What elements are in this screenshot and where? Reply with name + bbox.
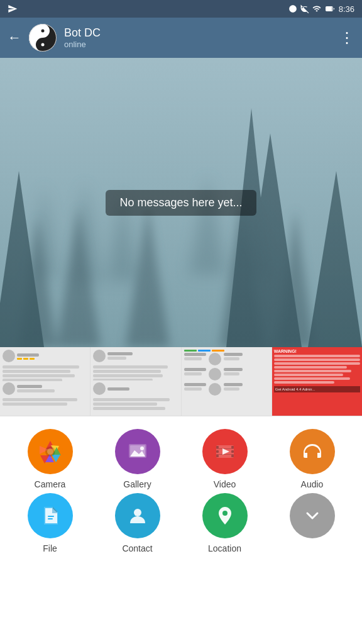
video-label: Video: [214, 479, 236, 489]
file-icon-svg: [39, 504, 62, 527]
svg-rect-35: [231, 446, 234, 448]
time-display: 8:36: [339, 4, 354, 14]
alarm-icon: [288, 4, 297, 13]
svg-point-44: [222, 511, 228, 516]
contact-name: Bot DC: [64, 26, 339, 40]
contact-icon-svg: [126, 504, 149, 527]
audio-icon-svg: [300, 440, 324, 464]
camera-label: Camera: [35, 479, 66, 489]
gallery-icon-svg: [126, 440, 149, 463]
svg-point-5: [41, 30, 45, 33]
preview-item-4[interactable]: WARNING! Get Android 4.4 Admir...: [272, 347, 362, 416]
audio-label: Audio: [301, 479, 324, 489]
gallery-icon: [115, 429, 160, 474]
svg-point-6: [41, 43, 45, 47]
header-info: Bot DC online: [64, 26, 339, 49]
svg-rect-34: [216, 455, 219, 457]
chat-header: ← Bot DC online ⋮: [0, 18, 362, 58]
status-bar: 8:36: [0, 0, 362, 18]
svg-point-30: [140, 447, 144, 450]
video-icon-svg: [213, 440, 237, 464]
svg-point-43: [134, 509, 141, 516]
preview-bar: WARNING! Get Android 4.4 Admir...: [0, 347, 362, 416]
svg-rect-32: [216, 446, 219, 448]
file-label: File: [43, 543, 57, 553]
attach-row-2: File Contact Location: [6, 493, 356, 553]
audio-icon: [290, 429, 335, 474]
chat-area: No messages here yet...: [0, 58, 362, 347]
svg-rect-36: [231, 450, 234, 453]
preview-item-2[interactable]: [90, 347, 181, 416]
no-messages-label: No messages here yet...: [106, 190, 256, 216]
svg-rect-33: [216, 450, 219, 453]
file-icon: [28, 493, 73, 538]
svg-rect-42: [48, 518, 53, 519]
signal-icon: [312, 4, 321, 13]
svg-rect-41: [48, 516, 54, 517]
location-icon: [202, 493, 248, 538]
send-icon: [8, 4, 18, 14]
file-button[interactable]: File: [16, 493, 85, 553]
svg-rect-38: [216, 448, 234, 449]
preview-item-1[interactable]: [0, 347, 90, 416]
wifi-icon: [300, 4, 309, 13]
more-button[interactable]: [278, 493, 347, 553]
contact-label: Contact: [122, 543, 152, 553]
audio-button[interactable]: Audio: [278, 429, 347, 489]
attachment-menu: Camera Gallery: [0, 416, 362, 564]
contact-status: online: [64, 40, 339, 49]
back-button[interactable]: ←: [8, 30, 21, 46]
battery-icon: [324, 4, 336, 13]
yin-yang-icon: [29, 24, 57, 52]
location-label: Location: [208, 543, 241, 553]
svg-rect-37: [231, 455, 234, 457]
svg-point-26: [47, 448, 53, 455]
location-icon-svg: [214, 504, 236, 527]
svg-rect-39: [216, 454, 234, 455]
gallery-button[interactable]: Gallery: [103, 429, 172, 489]
location-button[interactable]: Location: [190, 493, 260, 553]
chevron-down-icon: [301, 504, 324, 527]
more-icon: [290, 493, 335, 538]
video-button[interactable]: Video: [190, 429, 260, 489]
contact-button[interactable]: Contact: [103, 493, 172, 553]
camera-button[interactable]: Camera: [16, 429, 85, 489]
video-icon: [202, 429, 248, 474]
gallery-label: Gallery: [123, 479, 151, 489]
preview-item-3[interactable]: [182, 347, 272, 416]
contact-icon: [115, 493, 160, 538]
avatar: [29, 24, 57, 52]
svg-rect-1: [326, 7, 331, 11]
camera-icon-svg: [37, 438, 63, 465]
camera-icon: [28, 429, 73, 474]
attach-row-1: Camera Gallery: [6, 429, 356, 489]
status-icons: 8:36: [288, 4, 354, 14]
more-options-button[interactable]: ⋮: [339, 29, 354, 47]
